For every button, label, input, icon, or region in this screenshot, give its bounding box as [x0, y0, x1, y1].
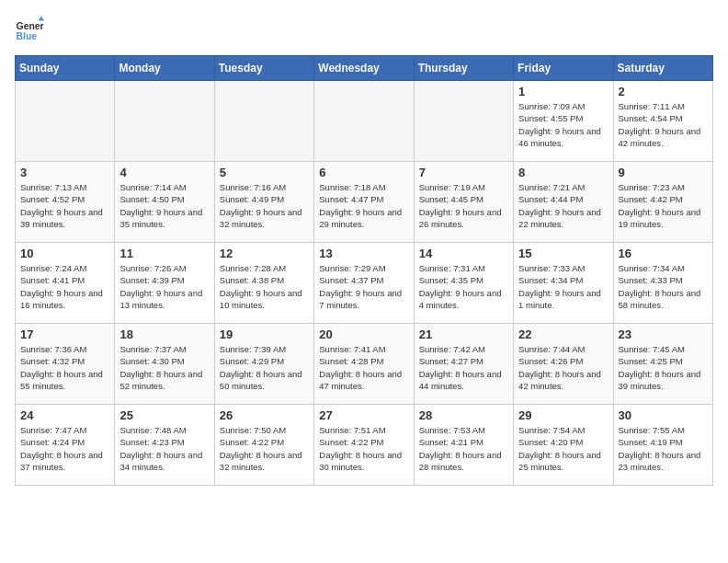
day-number: 12 — [220, 247, 309, 260]
calendar-cell: 24Sunrise: 7:47 AMSunset: 4:24 PMDayligh… — [16, 405, 115, 486]
day-number: 23 — [619, 327, 708, 341]
calendar-week-row: 17Sunrise: 7:36 AMSunset: 4:32 PMDayligh… — [16, 324, 713, 405]
day-info: Sunrise: 7:48 AMSunset: 4:23 PMDaylight:… — [119, 424, 209, 473]
day-info: Sunrise: 7:28 AMSunset: 4:38 PMDaylight:… — [220, 262, 309, 311]
day-number: 27 — [319, 408, 408, 422]
calendar-week-row: 24Sunrise: 7:47 AMSunset: 4:24 PMDayligh… — [16, 405, 713, 486]
day-info: Sunrise: 7:19 AMSunset: 4:45 PMDaylight:… — [419, 181, 508, 230]
calendar-cell — [414, 81, 513, 162]
day-info: Sunrise: 7:14 AMSunset: 4:50 PMDaylight:… — [119, 181, 209, 230]
page-header: General Blue — [15, 15, 713, 44]
calendar-cell: 12Sunrise: 7:28 AMSunset: 4:38 PMDayligh… — [214, 243, 313, 324]
calendar-cell — [16, 81, 115, 162]
calendar-cell: 11Sunrise: 7:26 AMSunset: 4:39 PMDayligh… — [115, 243, 214, 324]
day-number: 19 — [220, 327, 309, 341]
day-number: 9 — [619, 166, 708, 179]
calendar-cell: 14Sunrise: 7:31 AMSunset: 4:35 PMDayligh… — [414, 243, 513, 324]
day-info: Sunrise: 7:23 AMSunset: 4:42 PMDaylight:… — [619, 181, 708, 230]
day-info: Sunrise: 7:33 AMSunset: 4:34 PMDaylight:… — [518, 262, 608, 311]
day-info: Sunrise: 7:18 AMSunset: 4:47 PMDaylight:… — [319, 181, 408, 230]
day-info: Sunrise: 7:42 AMSunset: 4:27 PMDaylight:… — [419, 343, 508, 392]
day-number: 13 — [319, 247, 408, 260]
calendar-cell: 25Sunrise: 7:48 AMSunset: 4:23 PMDayligh… — [115, 405, 214, 486]
logo: General Blue — [15, 15, 48, 44]
weekday-header-tuesday: Tuesday — [214, 56, 313, 81]
day-number: 5 — [220, 166, 309, 179]
day-info: Sunrise: 7:09 AMSunset: 4:55 PMDaylight:… — [518, 100, 608, 149]
day-info: Sunrise: 7:26 AMSunset: 4:39 PMDaylight:… — [119, 262, 209, 311]
day-number: 26 — [220, 408, 309, 422]
calendar-cell: 29Sunrise: 7:54 AMSunset: 4:20 PMDayligh… — [514, 405, 613, 486]
day-info: Sunrise: 7:47 AMSunset: 4:24 PMDaylight:… — [20, 424, 109, 473]
day-number: 18 — [119, 327, 209, 341]
calendar-cell: 22Sunrise: 7:44 AMSunset: 4:26 PMDayligh… — [514, 324, 613, 405]
day-info: Sunrise: 7:34 AMSunset: 4:33 PMDaylight:… — [619, 262, 708, 311]
calendar-cell: 10Sunrise: 7:24 AMSunset: 4:41 PMDayligh… — [16, 243, 115, 324]
calendar-cell: 3Sunrise: 7:13 AMSunset: 4:52 PMDaylight… — [16, 162, 115, 243]
day-info: Sunrise: 7:24 AMSunset: 4:41 PMDaylight:… — [20, 262, 109, 311]
day-number: 22 — [518, 327, 608, 341]
weekday-header-monday: Monday — [115, 56, 214, 81]
day-info: Sunrise: 7:37 AMSunset: 4:30 PMDaylight:… — [119, 343, 209, 392]
day-info: Sunrise: 7:53 AMSunset: 4:21 PMDaylight:… — [419, 424, 508, 473]
calendar-week-row: 10Sunrise: 7:24 AMSunset: 4:41 PMDayligh… — [16, 243, 713, 324]
calendar-cell: 13Sunrise: 7:29 AMSunset: 4:37 PMDayligh… — [314, 243, 414, 324]
day-number: 17 — [20, 327, 109, 341]
day-info: Sunrise: 7:21 AMSunset: 4:44 PMDaylight:… — [518, 181, 608, 230]
calendar-cell: 26Sunrise: 7:50 AMSunset: 4:22 PMDayligh… — [214, 405, 313, 486]
calendar-cell: 7Sunrise: 7:19 AMSunset: 4:45 PMDaylight… — [414, 162, 513, 243]
day-number: 2 — [619, 85, 708, 98]
calendar-cell: 8Sunrise: 7:21 AMSunset: 4:44 PMDaylight… — [514, 162, 613, 243]
day-number: 29 — [518, 408, 608, 422]
calendar-cell: 20Sunrise: 7:41 AMSunset: 4:28 PMDayligh… — [314, 324, 414, 405]
day-info: Sunrise: 7:44 AMSunset: 4:26 PMDaylight:… — [518, 343, 608, 392]
day-number: 16 — [619, 247, 708, 260]
calendar-cell: 16Sunrise: 7:34 AMSunset: 4:33 PMDayligh… — [613, 243, 712, 324]
day-number: 8 — [518, 166, 608, 179]
day-number: 21 — [419, 327, 508, 341]
calendar-cell: 28Sunrise: 7:53 AMSunset: 4:21 PMDayligh… — [414, 405, 513, 486]
calendar-cell — [314, 81, 414, 162]
calendar-cell: 2Sunrise: 7:11 AMSunset: 4:54 PMDaylight… — [613, 81, 712, 162]
calendar-cell: 19Sunrise: 7:39 AMSunset: 4:29 PMDayligh… — [214, 324, 313, 405]
day-number: 20 — [319, 327, 408, 341]
weekday-header-wednesday: Wednesday — [314, 56, 414, 81]
calendar-cell: 9Sunrise: 7:23 AMSunset: 4:42 PMDaylight… — [613, 162, 712, 243]
calendar-cell: 1Sunrise: 7:09 AMSunset: 4:55 PMDaylight… — [514, 81, 613, 162]
day-info: Sunrise: 7:39 AMSunset: 4:29 PMDaylight:… — [220, 343, 309, 392]
day-info: Sunrise: 7:13 AMSunset: 4:52 PMDaylight:… — [20, 181, 109, 230]
calendar-cell — [214, 81, 313, 162]
calendar-cell: 4Sunrise: 7:14 AMSunset: 4:50 PMDaylight… — [115, 162, 214, 243]
calendar-cell: 23Sunrise: 7:45 AMSunset: 4:25 PMDayligh… — [613, 324, 712, 405]
day-number: 15 — [518, 247, 608, 260]
day-info: Sunrise: 7:29 AMSunset: 4:37 PMDaylight:… — [319, 262, 408, 311]
day-number: 7 — [419, 166, 508, 179]
day-number: 25 — [119, 408, 209, 422]
day-info: Sunrise: 7:54 AMSunset: 4:20 PMDaylight:… — [518, 424, 608, 473]
day-info: Sunrise: 7:50 AMSunset: 4:22 PMDaylight:… — [220, 424, 309, 473]
calendar-cell: 30Sunrise: 7:55 AMSunset: 4:19 PMDayligh… — [613, 405, 712, 486]
day-number: 24 — [20, 408, 109, 422]
day-info: Sunrise: 7:16 AMSunset: 4:49 PMDaylight:… — [220, 181, 309, 230]
calendar-week-row: 3Sunrise: 7:13 AMSunset: 4:52 PMDaylight… — [16, 162, 713, 243]
svg-text:Blue: Blue — [17, 31, 38, 41]
day-info: Sunrise: 7:31 AMSunset: 4:35 PMDaylight:… — [419, 262, 508, 311]
day-number: 28 — [419, 408, 508, 422]
calendar-cell: 21Sunrise: 7:42 AMSunset: 4:27 PMDayligh… — [414, 324, 513, 405]
day-info: Sunrise: 7:55 AMSunset: 4:19 PMDaylight:… — [619, 424, 708, 473]
day-number: 3 — [20, 166, 109, 179]
weekday-header-thursday: Thursday — [414, 56, 513, 81]
calendar-week-row: 1Sunrise: 7:09 AMSunset: 4:55 PMDaylight… — [16, 81, 713, 162]
weekday-header-row: SundayMondayTuesdayWednesdayThursdayFrid… — [16, 56, 713, 81]
weekday-header-saturday: Saturday — [613, 56, 712, 81]
day-info: Sunrise: 7:36 AMSunset: 4:32 PMDaylight:… — [20, 343, 109, 392]
calendar-cell — [115, 81, 214, 162]
day-number: 30 — [619, 408, 708, 422]
calendar-cell: 6Sunrise: 7:18 AMSunset: 4:47 PMDaylight… — [314, 162, 414, 243]
day-info: Sunrise: 7:51 AMSunset: 4:22 PMDaylight:… — [319, 424, 408, 473]
day-number: 14 — [419, 247, 508, 260]
weekday-header-sunday: Sunday — [16, 56, 115, 81]
day-info: Sunrise: 7:45 AMSunset: 4:25 PMDaylight:… — [619, 343, 708, 392]
calendar-cell: 27Sunrise: 7:51 AMSunset: 4:22 PMDayligh… — [314, 405, 414, 486]
calendar-table: SundayMondayTuesdayWednesdayThursdayFrid… — [15, 55, 713, 486]
